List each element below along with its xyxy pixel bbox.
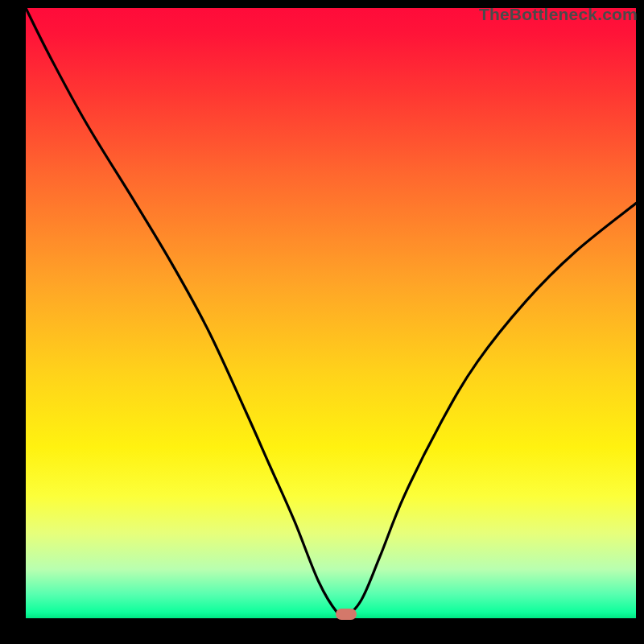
plot-area <box>26 8 636 618</box>
minimum-marker <box>336 609 357 620</box>
chart-frame: TheBottleneck.com <box>0 0 644 644</box>
watermark-text: TheBottleneck.com <box>479 5 638 24</box>
bottleneck-curve <box>26 8 636 618</box>
